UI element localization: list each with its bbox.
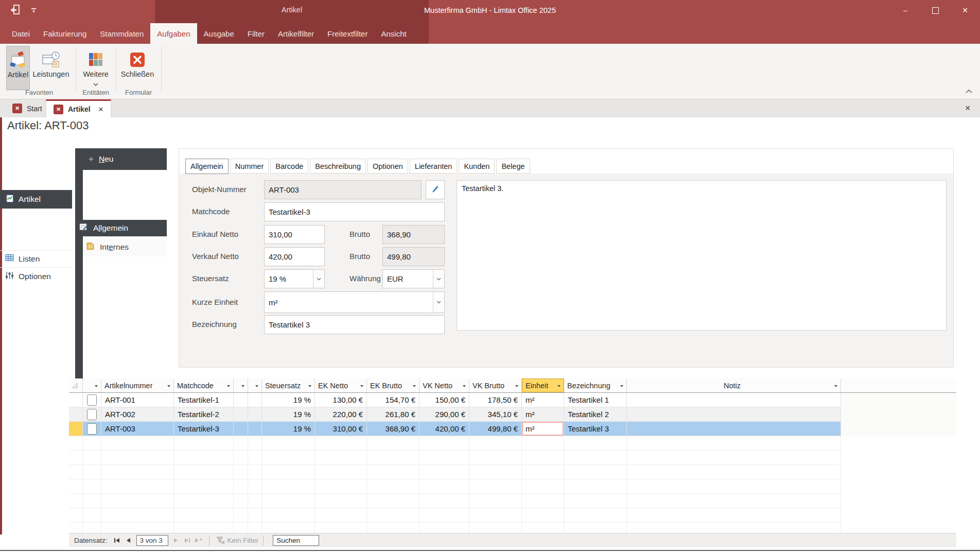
row-selector[interactable] [69,393,83,407]
table-header-vk_brutto[interactable]: VK Brutto [469,378,522,392]
table-header-bezeichnung[interactable]: Bezeichnung [564,378,627,392]
panel-item-allgemein[interactable]: Allgemein [75,220,167,236]
kurze-einheit-combobox[interactable]: m² [264,291,445,313]
column-dropdown-icon[interactable] [557,385,561,389]
record-position-box[interactable]: 3 von 3 [136,535,168,546]
cell-notiz[interactable] [627,407,841,422]
column-dropdown-icon[interactable] [308,385,311,389]
cell-vk_brutto[interactable]: 345,10 € [469,407,522,422]
cell-mini2[interactable] [248,422,262,436]
checkbox[interactable] [87,409,97,420]
einkauf-brutto-field[interactable]: 368,90 [382,225,445,244]
cell-bezeichnung[interactable]: Testartikel 2 [564,407,627,422]
last-record-button[interactable] [182,536,193,546]
table-header-ek_netto[interactable]: EK Netto [315,378,367,392]
new-record-button-nav[interactable]: * [193,536,204,546]
sidebar-item-artikel[interactable]: Artikel [0,190,72,209]
table-header-notiz[interactable]: Notiz [627,378,841,392]
new-record-button[interactable]: + Neu [75,148,167,170]
steuersatz-combobox[interactable]: 19 % [264,269,325,288]
table-header-vk_netto[interactable]: VK Netto [419,378,469,392]
chevron-down-icon[interactable] [433,292,444,313]
row-selector[interactable] [69,422,83,436]
cell-steuersatz[interactable]: 19 % [262,393,315,407]
cell-mini1[interactable] [234,393,248,407]
doc-tab-start[interactable]: ✕ Start [5,99,50,117]
column-dropdown-icon[interactable] [413,385,416,389]
cell-matchcode[interactable]: Testartikel-2 [174,407,234,422]
table-header-matchcode[interactable]: Matchcode [174,378,234,392]
row-checkbox[interactable] [83,407,101,422]
cell-artikelnummer[interactable]: ART-001 [101,393,174,407]
checkbox[interactable] [87,423,97,435]
cell-artikelnummer[interactable]: ART-002 [101,407,174,422]
ribbon-tab-datei[interactable]: Datei [5,23,37,44]
ribbon-tab-filter[interactable]: Filter [241,23,271,44]
search-input[interactable]: Suchen [273,535,319,546]
form-tab-lieferanten[interactable]: Lieferanten [410,159,458,174]
column-dropdown-icon[interactable] [463,385,466,389]
cell-ek_brutto[interactable]: 368,90 € [367,422,419,436]
waehrung-combobox[interactable]: EUR [382,269,445,288]
cell-ek_netto[interactable]: 220,00 € [315,407,367,422]
close-button[interactable]: ✕ [950,0,980,21]
form-tab-barcode[interactable]: Barcode [270,159,308,174]
chevron-down-icon[interactable] [433,270,444,288]
table-header-mini1[interactable] [234,378,248,392]
ribbon-tab-freitextfilter[interactable]: Freitextfilter [321,23,374,44]
cell-artikelnummer[interactable]: ART-003 [101,422,174,436]
ribbon-tab-stammdaten[interactable]: Stammdaten [93,23,150,44]
cell-mini2[interactable] [248,393,262,407]
cell-vk_brutto[interactable]: 499,80 € [469,422,522,436]
row-checkbox[interactable] [83,393,101,407]
form-tab-optionen[interactable]: Optionen [367,159,408,174]
ribbon-tab-artikelfilter[interactable]: Artikelfilter [271,23,321,44]
sidebar-item-optionen[interactable]: Optionen [0,268,72,285]
cell-bezeichnung[interactable]: Testartikel 3 [564,422,627,436]
table-header-indicator[interactable] [69,378,83,392]
minimize-button[interactable]: – [890,0,920,21]
objekt-nummer-field[interactable]: ART-003 [264,180,422,199]
cell-einheit[interactable]: m² [522,407,564,422]
column-dropdown-icon[interactable] [241,385,244,389]
first-record-button[interactable] [112,536,123,546]
table-header-ek_brutto[interactable]: EK Brutto [367,378,419,392]
chevron-down-icon[interactable] [313,270,324,288]
cell-vk_netto[interactable]: 290,00 € [419,407,469,422]
cell-ek_brutto[interactable]: 261,80 € [367,407,419,422]
form-tab-belege[interactable]: Belege [496,159,530,174]
form-tab-kunden[interactable]: Kunden [459,159,495,174]
cell-ek_netto[interactable]: 130,00 € [315,393,367,407]
sidebar-item-listen[interactable]: Listen [0,251,72,267]
cell-einheit[interactable]: m² [522,393,564,407]
table-header-mini2[interactable] [248,378,262,392]
table-header-artikelnummer[interactable]: Artikelnummer [101,378,174,392]
ribbon-tab-fakturierung[interactable]: Fakturierung [37,23,93,44]
notes-textarea[interactable]: Testartikel 3. [457,180,947,331]
doc-tab-close-icon[interactable]: ✕ [98,106,104,113]
column-dropdown-icon[interactable] [227,385,230,389]
customize-qat-icon[interactable]: ▾ [31,8,36,13]
cell-notiz[interactable] [627,422,841,436]
column-dropdown-icon[interactable] [167,385,170,389]
verkauf-netto-field[interactable]: 420,00 [264,247,325,266]
cell-matchcode[interactable]: Testartikel-3 [174,422,234,436]
column-dropdown-icon[interactable] [620,385,623,389]
ribbon-button-schliessen[interactable]: Schließen [119,46,156,90]
checkbox[interactable] [87,394,97,406]
cell-vk_netto[interactable]: 150,00 € [419,393,469,407]
ribbon-tab-aufgaben[interactable]: Aufgaben [150,23,197,44]
form-tab-nummer[interactable]: Nummer [230,159,269,174]
app-exit-icon[interactable] [10,4,20,17]
cell-mini1[interactable] [234,422,248,436]
column-dropdown-icon[interactable] [834,385,837,389]
column-dropdown-icon[interactable] [360,385,363,389]
cell-einheit[interactable]: m² [522,422,564,436]
ribbon-button-leistungen[interactable]: Leistungen [31,46,71,90]
verkauf-brutto-field[interactable]: 499,80 [382,247,445,266]
panel-item-internes[interactable]: Internes [83,238,167,256]
table-header-checkbox[interactable] [83,378,101,392]
filter-icon[interactable] [214,536,227,546]
previous-record-button[interactable] [123,536,134,546]
cell-bezeichnung[interactable]: Testartikel 1 [564,393,627,407]
